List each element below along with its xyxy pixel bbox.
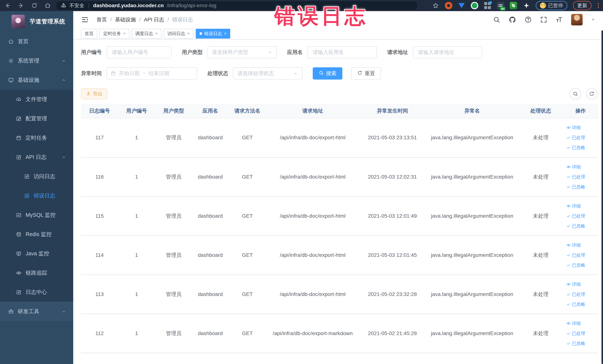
tab-5[interactable]: 错误日志× [196,29,231,39]
back-icon[interactable] [4,2,11,9]
export-button[interactable]: 导出 [81,88,107,99]
extension-grid-icon[interactable] [484,2,491,9]
close-icon[interactable]: × [155,31,158,36]
refresh-table-button[interactable] [586,88,597,100]
cell-app: dashboard [192,157,228,196]
sidebar-item-8[interactable]: 访问日志 [0,167,73,186]
monitor-icon [8,77,14,83]
search-icon[interactable] [493,16,500,23]
cell-method: GET [228,275,266,314]
action-detail-link[interactable]: 详细 [566,320,581,326]
action-processed-link[interactable]: 已处理 [566,213,585,219]
paused-badge[interactable]: 已暂停 [536,1,568,10]
user-id-input[interactable] [107,46,172,59]
sidebar-item-11[interactable]: Redis 监控 [0,225,73,244]
reload-icon[interactable] [31,2,38,9]
action-detail-link[interactable]: 详细 [566,125,581,130]
user-id-label: 用户编号 [81,49,102,56]
sidebar-item-1[interactable]: 首页 [0,32,73,51]
forward-icon[interactable] [17,2,24,9]
action-ignored-link[interactable]: 已忽略 [566,184,585,190]
extension-orange-icon[interactable] [445,2,452,9]
action-ignored-link[interactable]: 已忽略 [566,301,585,307]
action-processed-link[interactable]: 已处理 [566,252,585,258]
browser-menu-icon[interactable] [598,3,599,8]
action-ignored-link[interactable]: 已忽略 [566,262,585,268]
cell-method: GET [228,196,266,235]
breadcrumb-item[interactable]: 首页 [97,16,107,23]
extension-leaf-icon[interactable] [510,2,517,9]
process-status-select[interactable]: 请选择处理状态 [233,67,302,80]
action-detail-link[interactable]: 详细 [566,164,581,170]
collapse-menu-icon[interactable] [81,16,89,23]
page-scrollbar[interactable] [602,30,603,364]
update-button[interactable]: 更新 [573,1,591,10]
user-avatar[interactable] [571,14,583,25]
bookmark-star-icon[interactable] [432,2,439,9]
app-name-label: 应用名 [287,49,303,56]
action-detail-link[interactable]: 详细 [566,203,581,209]
sidebar-item-12[interactable]: Java 监控 [0,244,73,263]
app-logo[interactable]: 芋道管理系统 [0,11,73,32]
extension-on-icon[interactable]: on [497,2,504,9]
sidebar-item-13[interactable]: 链路追踪 [0,263,73,282]
sidebar-item-label: 配置管理 [26,115,47,122]
start-date-placeholder: 开始日期 [119,70,139,77]
exception-time-range-picker[interactable]: 开始日期 ~ 结束日期 [107,67,197,80]
sidebar-item-9[interactable]: 错误日志 [0,186,73,205]
tab-4[interactable]: 访问日志× [164,29,194,39]
action-detail-link[interactable]: 详细 [566,281,581,287]
sidebar-item-10[interactable]: MySQL 监控 [0,205,73,225]
app-title: 芋道管理系统 [30,18,65,25]
extensions-pin-icon[interactable] [523,2,530,9]
sidebar-item-6[interactable]: 定时任务 [0,128,73,148]
sidebar-item-3[interactable]: 基础设施 [0,70,73,90]
tab-1[interactable]: 首页 [81,29,97,39]
action-processed-link[interactable]: 已处理 [566,291,585,297]
column-header: 处理状态 [519,104,563,118]
sidebar-item-5[interactable]: 配置管理 [0,109,73,128]
chevron-down-icon[interactable] [591,17,596,22]
user-type-select[interactable]: 请选择用户类型 [208,46,277,59]
github-icon[interactable] [509,16,516,23]
sidebar-item-15[interactable]: 研发工具 [0,302,73,321]
sidebar-item-4[interactable]: 文件管理 [0,90,73,109]
check-icon [566,292,571,296]
fullscreen-icon[interactable] [540,16,547,23]
reset-button[interactable]: 重置 [351,67,381,80]
sidebar-item-14[interactable]: 日志中心 [0,282,73,302]
app-name-input[interactable] [308,46,377,59]
close-icon[interactable]: × [187,31,190,36]
logo-rabbit-image [12,15,25,28]
security-label[interactable]: 不安全 [69,2,84,9]
toggle-search-button[interactable] [570,88,581,100]
extension-green-icon[interactable] [471,2,478,9]
eye-icon [566,204,571,208]
extension-shield-icon[interactable] [458,2,465,9]
action-ignored-link[interactable]: 已忽略 [566,145,585,151]
action-ignored-link[interactable]: 已忽略 [566,341,585,346]
font-size-icon[interactable] [556,16,563,23]
chevron-down-icon [293,71,298,76]
action-processed-link[interactable]: 已处理 [566,174,585,180]
table-row [81,353,598,364]
cell-user_id: 1 [118,275,155,314]
close-icon[interactable]: × [224,31,227,36]
tab-2[interactable]: 定时任务× [100,29,129,39]
action-processed-link[interactable]: 已处理 [566,330,585,336]
breadcrumb-item[interactable]: API 日志 [144,16,164,23]
browser-home-icon[interactable] [44,2,51,9]
browser-nav [4,2,51,9]
column-header: 异常名 [426,104,519,118]
action-ignored-link[interactable]: 已忽略 [566,223,585,229]
action-processed-link[interactable]: 已处理 [566,135,585,141]
help-icon[interactable] [524,16,532,23]
action-detail-link[interactable]: 详细 [566,242,581,248]
request-url-input[interactable] [413,46,482,59]
sidebar-item-7[interactable]: API 日志 [0,148,73,167]
breadcrumb-item[interactable]: 基础设施 [115,16,136,23]
sidebar-item-2[interactable]: 系统管理 [0,51,73,70]
tab-3[interactable]: 调度日志× [132,29,162,39]
close-icon[interactable]: × [123,31,126,36]
search-button[interactable]: 搜索 [313,67,342,80]
